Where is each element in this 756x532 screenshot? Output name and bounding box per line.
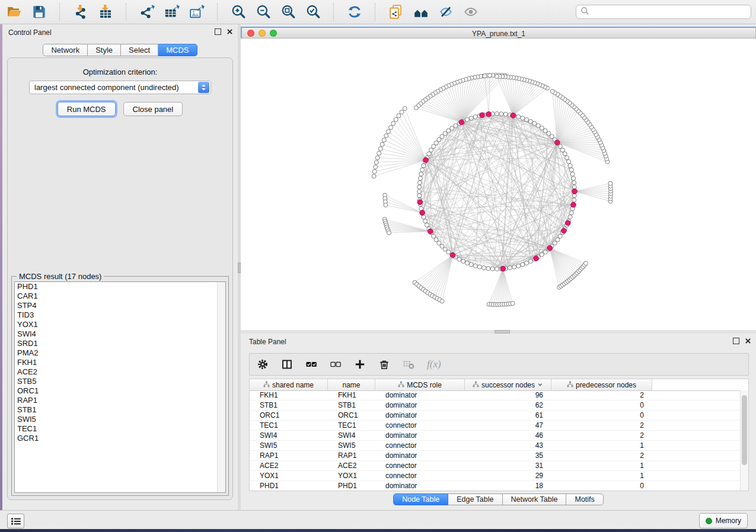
import-network-button[interactable]: [72, 4, 89, 20]
cell-name[interactable]: STB1: [328, 400, 375, 410]
cell-shared-name[interactable]: ACE2: [250, 461, 328, 470]
cell-name[interactable]: SWI5: [328, 441, 375, 450]
cell-successor-nodes[interactable]: 29: [465, 471, 551, 480]
network-view[interactable]: [241, 39, 756, 330]
zoom-out-button[interactable]: [255, 4, 272, 20]
cell-MCDS-role[interactable]: connector: [375, 461, 465, 470]
cell-predecessor-nodes[interactable]: 1: [551, 441, 652, 450]
zoom-selected-button[interactable]: [305, 4, 321, 20]
function-builder-button[interactable]: f(x): [427, 358, 441, 371]
cell-MCDS-role[interactable]: dominator: [375, 400, 465, 410]
export-table-button[interactable]: [164, 4, 180, 20]
cell-MCDS-role[interactable]: connector: [375, 441, 465, 450]
cell-name[interactable]: ORC1: [328, 411, 375, 420]
mcds-result-list[interactable]: PHD1CAR1STP4TID3YOX1SWI4SRD1PMA2FKH1ACE2…: [14, 281, 226, 493]
cell-predecessor-nodes[interactable]: 1: [551, 471, 652, 480]
cell-shared-name[interactable]: TEC1: [250, 421, 328, 430]
table-row[interactable]: SWI4SWI4dominator462: [250, 431, 741, 441]
float-table-panel-icon[interactable]: [733, 338, 739, 344]
cell-MCDS-role[interactable]: connector: [375, 471, 465, 480]
table-options-button[interactable]: [257, 358, 270, 371]
mcds-result-item[interactable]: STB1: [15, 405, 225, 415]
table-row[interactable]: RAP1RAP1dominator352: [250, 451, 741, 461]
mcds-result-item[interactable]: STP4: [15, 301, 225, 310]
show-detail-button[interactable]: [462, 4, 479, 20]
cell-predecessor-nodes[interactable]: 2: [551, 421, 652, 430]
float-panel-icon[interactable]: [215, 28, 221, 35]
cell-name[interactable]: ACE2: [328, 461, 375, 470]
cell-successor-nodes[interactable]: 18: [465, 481, 551, 491]
cell-successor-nodes[interactable]: 47: [465, 421, 551, 430]
mcds-result-item[interactable]: SWI4: [15, 329, 225, 339]
tab-edge-table[interactable]: Edge Table: [448, 493, 502, 505]
cell-MCDS-role[interactable]: dominator: [375, 390, 465, 400]
column-header-name[interactable]: name: [328, 379, 375, 390]
save-session-button[interactable]: [31, 4, 47, 20]
mcds-result-item[interactable]: GCR1: [15, 434, 225, 443]
mcds-result-item[interactable]: YOX1: [15, 320, 225, 329]
cell-successor-nodes[interactable]: 46: [465, 431, 551, 440]
tab-node-table[interactable]: Node Table: [393, 493, 448, 505]
tab-select[interactable]: Select: [121, 44, 158, 56]
mcds-result-item[interactable]: FKH1: [15, 358, 225, 367]
run-mcds-button[interactable]: Run MCDS: [58, 102, 116, 116]
cell-name[interactable]: FKH1: [328, 390, 375, 400]
export-image-button[interactable]: [189, 4, 205, 20]
cell-shared-name[interactable]: FKH1: [250, 390, 328, 400]
cell-name[interactable]: YOX1: [328, 471, 375, 480]
select-all-button[interactable]: [305, 358, 318, 371]
table-row[interactable]: ACE2ACE2connector311: [250, 461, 741, 471]
cell-MCDS-role[interactable]: dominator: [375, 411, 465, 420]
mcds-result-item[interactable]: TID3: [15, 310, 225, 320]
cell-successor-nodes[interactable]: 96: [465, 390, 551, 400]
cell-predecessor-nodes[interactable]: 2: [551, 390, 652, 400]
tab-network[interactable]: Network: [43, 44, 88, 56]
mcds-result-item[interactable]: ORC1: [15, 386, 225, 396]
split-view-button[interactable]: [281, 358, 294, 371]
cell-MCDS-role[interactable]: dominator: [375, 481, 465, 491]
cell-successor-nodes[interactable]: 35: [465, 451, 551, 460]
mcds-result-item[interactable]: PHD1: [15, 282, 225, 291]
add-column-button[interactable]: [354, 358, 367, 371]
deselect-all-button[interactable]: [330, 358, 343, 371]
optimization-select[interactable]: largest connected component (undirected): [29, 81, 211, 94]
cell-MCDS-role[interactable]: connector: [375, 421, 465, 430]
table-row[interactable]: TEC1TEC1connector472: [250, 421, 741, 431]
column-header-MCDS-role[interactable]: MCDS role: [375, 379, 465, 390]
zoom-in-button[interactable]: [230, 4, 247, 20]
cell-shared-name[interactable]: SWI5: [250, 441, 328, 450]
mcds-result-item[interactable]: RAP1: [15, 396, 225, 405]
search-input[interactable]: [592, 7, 747, 17]
cell-predecessor-nodes[interactable]: 1: [551, 461, 652, 470]
close-table-panel-icon[interactable]: [745, 338, 751, 344]
mcds-list-scrollbar[interactable]: [217, 282, 225, 492]
cell-name[interactable]: RAP1: [328, 451, 375, 460]
bird-eye-view-button[interactable]: [413, 4, 429, 20]
cell-MCDS-role[interactable]: dominator: [375, 431, 465, 440]
refresh-view-button[interactable]: [346, 4, 363, 20]
tab-style[interactable]: Style: [88, 44, 121, 56]
cell-successor-nodes[interactable]: 61: [465, 411, 551, 420]
close-panel-button[interactable]: Close panel: [123, 102, 183, 116]
table-row[interactable]: YOX1YOX1connector291: [250, 471, 741, 481]
memory-button[interactable]: Memory: [699, 513, 748, 528]
cell-MCDS-role[interactable]: dominator: [375, 451, 465, 460]
cell-predecessor-nodes[interactable]: 0: [551, 411, 652, 420]
search-field[interactable]: [576, 5, 751, 19]
cell-shared-name[interactable]: ORC1: [250, 411, 328, 420]
tab-motifs[interactable]: Motifs: [566, 493, 603, 505]
mcds-result-item[interactable]: STB5: [15, 377, 225, 386]
mcds-result-item[interactable]: SRD1: [15, 339, 225, 348]
mcds-result-item[interactable]: SWI5: [15, 415, 225, 424]
clone-network-button[interactable]: [388, 4, 404, 20]
tab-network-table[interactable]: Network Table: [503, 493, 567, 505]
table-row[interactable]: ORC1ORC1dominator610: [250, 411, 741, 421]
hide-detail-button[interactable]: [438, 4, 454, 20]
network-window-titlebar[interactable]: YPA_prune.txt_1: [241, 27, 756, 39]
cell-successor-nodes[interactable]: 62: [465, 400, 551, 410]
cell-shared-name[interactable]: STB1: [250, 400, 328, 410]
open-session-button[interactable]: [6, 4, 23, 20]
cell-predecessor-nodes[interactable]: 2: [551, 431, 652, 440]
mcds-result-item[interactable]: ACE2: [15, 367, 225, 377]
cell-name[interactable]: TEC1: [328, 421, 375, 430]
